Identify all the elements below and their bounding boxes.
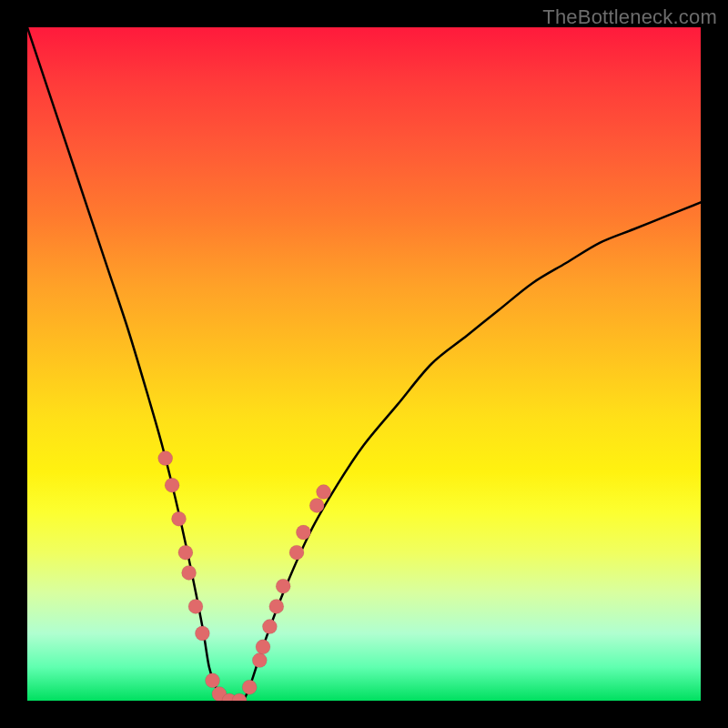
- marker-dot: [232, 693, 247, 701]
- marker-dot: [309, 498, 324, 512]
- marker-dot: [158, 451, 173, 466]
- marker-dot: [195, 626, 209, 641]
- marker-dots: [158, 451, 331, 701]
- marker-dot: [165, 478, 179, 492]
- marker-dot: [289, 545, 304, 560]
- marker-dot: [296, 525, 310, 540]
- marker-dot: [252, 653, 267, 668]
- marker-dot: [178, 545, 193, 560]
- chart-stage: TheBottleneck.com: [0, 0, 728, 728]
- marker-dot: [269, 599, 284, 613]
- marker-dot: [262, 620, 277, 634]
- marker-dot: [188, 599, 203, 613]
- marker-dot: [256, 640, 270, 654]
- marker-dot: [242, 680, 257, 694]
- watermark-text: TheBottleneck.com: [542, 5, 717, 29]
- bottleneck-curve: [27, 27, 701, 701]
- plot-area: [27, 27, 701, 701]
- marker-dot: [182, 565, 197, 580]
- curve-svg: [27, 27, 701, 701]
- marker-dot: [276, 579, 290, 593]
- marker-dot: [206, 673, 220, 688]
- marker-dot: [172, 511, 187, 526]
- marker-dot: [317, 485, 331, 500]
